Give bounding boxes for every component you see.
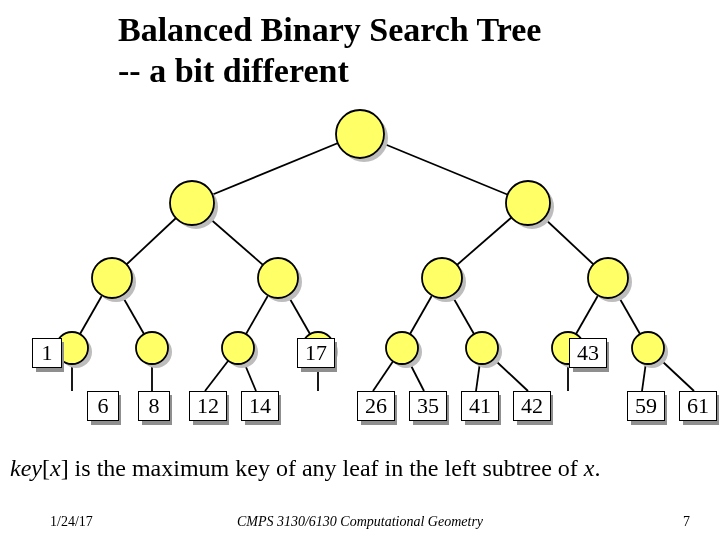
tree-node: [92, 258, 132, 298]
leaf-box-17: 17: [297, 338, 335, 368]
leaf-box-59: 59: [627, 391, 665, 421]
leaf-box-42: 42: [513, 391, 551, 421]
leaf-box-8: 8: [138, 391, 170, 421]
tree-node: [466, 332, 498, 364]
caption: key[x] is the maximum key of any leaf in…: [10, 455, 600, 482]
leaf-box-41: 41: [461, 391, 499, 421]
leaf-box-6: 6: [87, 391, 119, 421]
tree-node: [336, 110, 384, 158]
tree-node: [632, 332, 664, 364]
tree-node: [222, 332, 254, 364]
tree-node: [258, 258, 298, 298]
leaf-box-61: 61: [679, 391, 717, 421]
tree-node: [588, 258, 628, 298]
page-title: Balanced Binary Search Tree -- a bit dif…: [118, 10, 541, 92]
tree-node: [136, 332, 168, 364]
title-line-2: -- a bit different: [118, 51, 541, 92]
bst-diagram: [0, 98, 720, 408]
caption-key: key: [10, 455, 42, 481]
leaf-box-35: 35: [409, 391, 447, 421]
tree-node: [506, 181, 550, 225]
title-line-1: Balanced Binary Search Tree: [118, 10, 541, 51]
footer-page: 7: [683, 514, 690, 530]
tree-node: [386, 332, 418, 364]
caption-x2: x: [584, 455, 595, 481]
caption-x1: x: [50, 455, 61, 481]
leaf-box-1: 1: [32, 338, 62, 368]
footer-course: CMPS 3130/6130 Computational Geometry: [0, 514, 720, 530]
leaf-box-14: 14: [241, 391, 279, 421]
tree-node: [422, 258, 462, 298]
tree-node: [170, 181, 214, 225]
leaf-box-43: 43: [569, 338, 607, 368]
svg-line-0: [192, 134, 360, 203]
leaf-box-12: 12: [189, 391, 227, 421]
leaf-box-26: 26: [357, 391, 395, 421]
